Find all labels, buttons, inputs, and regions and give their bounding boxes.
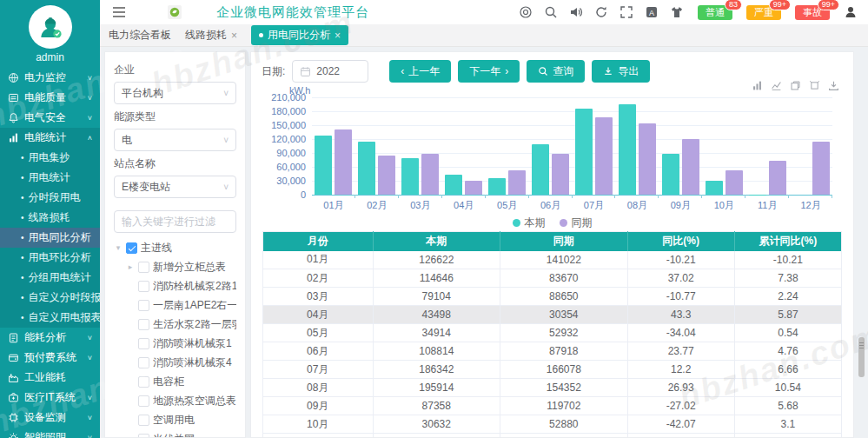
year-picker[interactable]: 2022 — [292, 60, 368, 83]
tree-node[interactable]: 电容柜 — [114, 372, 236, 391]
tree-node[interactable]: 空调用电 — [114, 410, 236, 429]
sidebar-item[interactable]: 电力监控˅ — [0, 68, 100, 88]
sidebar-subitem[interactable]: •自定义用电报表 — [0, 308, 100, 328]
bar-本期-01月[interactable] — [315, 136, 332, 195]
sidebar-subitem[interactable]: •分组用电统计 — [0, 268, 100, 288]
sidebar-item[interactable]: 医疗IT系统˅ — [0, 388, 100, 408]
close-icon[interactable]: × — [335, 30, 341, 42]
bar-同期-02月[interactable] — [378, 156, 395, 195]
hamburger-menu-icon[interactable] — [112, 6, 126, 18]
bar-同期-06月[interactable] — [552, 154, 569, 195]
checkbox[interactable] — [138, 338, 149, 349]
tree-node[interactable]: ▸新增分立柜总表 — [114, 257, 236, 276]
alarm-badge[interactable]: 事故99+ — [795, 5, 830, 20]
checkbox[interactable] — [126, 242, 137, 254]
checkbox[interactable] — [138, 376, 149, 388]
bar-本期-09月[interactable] — [662, 154, 679, 195]
bar-同期-03月[interactable] — [421, 154, 439, 195]
checkbox[interactable] — [138, 262, 149, 273]
checkbox[interactable] — [138, 415, 149, 426]
user-icon[interactable] — [844, 5, 858, 19]
bar-同期-09月[interactable] — [682, 139, 699, 195]
table-row[interactable]: 08月19591415435226.9310.54 — [263, 379, 842, 397]
alarm-badge[interactable]: 普通83 — [698, 5, 732, 20]
sidebar-subitem[interactable]: •用电环比分析 — [0, 248, 100, 268]
station-select[interactable]: E楼变电站 ˅ — [114, 176, 236, 198]
tree-node[interactable]: ▾主进线 — [114, 238, 236, 257]
bar-同期-11月[interactable] — [769, 161, 786, 195]
table-row[interactable]: 04月434983035443.35.87 — [263, 306, 842, 324]
sidebar-subitem[interactable]: •线路损耗 — [0, 208, 100, 228]
fullscreen-icon[interactable] — [620, 5, 633, 19]
table-row[interactable]: 07月18634216607812.26.66 — [263, 361, 842, 379]
tree-node[interactable]: 消防喷淋机械泵4 — [114, 353, 236, 372]
export-button[interactable]: 导出 — [592, 60, 650, 83]
target-icon[interactable] — [519, 5, 533, 19]
caret-right-icon[interactable]: ▸ — [126, 262, 135, 271]
app-icon[interactable] — [168, 5, 182, 19]
table-row[interactable]: 02月1146468367037.027.38 — [263, 269, 842, 288]
checkbox[interactable] — [138, 319, 149, 330]
sidebar-item[interactable]: 设备监测˅ — [0, 408, 100, 428]
tab-2[interactable]: 用电同比分析× — [251, 25, 348, 45]
checkbox[interactable] — [138, 281, 149, 292]
theme-icon[interactable] — [670, 5, 684, 19]
checkbox[interactable] — [138, 300, 149, 311]
font-size-icon[interactable]: A — [645, 5, 659, 19]
sidebar-subitem[interactable]: •用电集抄 — [0, 148, 100, 168]
bar-同期-05月[interactable] — [508, 170, 526, 195]
sidebar-subitem[interactable]: •用电统计 — [0, 168, 100, 188]
bar-本期-07月[interactable] — [575, 109, 593, 195]
bar-本期-02月[interactable] — [358, 142, 375, 195]
bar-同期-07月[interactable] — [595, 117, 613, 195]
bar-同期-01月[interactable] — [335, 129, 352, 195]
table-row[interactable]: 06月1088148791823.774.76 — [263, 342, 842, 361]
legend-item[interactable]: 同期 — [560, 216, 593, 230]
tree-node[interactable]: 消防栓机械泵2路1 — [114, 276, 236, 295]
sidebar-item[interactable]: 电能统计˄ — [0, 128, 100, 148]
query-button[interactable]: 查询 — [527, 60, 585, 83]
bar-本期-10月[interactable] — [706, 181, 723, 195]
bar-本期-04月[interactable] — [445, 175, 462, 195]
tab-0[interactable]: 电力综合看板 — [109, 28, 171, 43]
vertical-scrollbar-thumb[interactable] — [858, 337, 865, 377]
bar-本期-06月[interactable] — [532, 144, 549, 195]
next-year-button[interactable]: 下一年 › — [458, 60, 520, 83]
volume-icon[interactable] — [569, 5, 583, 19]
sidebar-item[interactable]: 能耗分析˅ — [0, 328, 100, 348]
table-row[interactable]: 11月40473372-99.45-4.06 — [263, 434, 842, 438]
sidebar-item[interactable]: 工业能耗 — [0, 368, 100, 388]
bar-同期-10月[interactable] — [726, 170, 743, 195]
sidebar-item[interactable]: 智能照明˅ — [0, 428, 100, 438]
refresh-icon[interactable] — [594, 5, 608, 19]
tree-node[interactable]: 消防喷淋机械泵1 — [114, 334, 236, 353]
caret-down-icon[interactable]: ▾ — [114, 243, 123, 252]
bar-本期-08月[interactable] — [619, 104, 636, 195]
bar-同期-12月[interactable] — [812, 142, 830, 195]
sidebar-subitem[interactable]: •用电同比分析 — [0, 228, 100, 248]
table-row[interactable]: 01月126622141022-10.21-10.21 — [263, 251, 842, 269]
bar-同期-08月[interactable] — [639, 123, 656, 195]
sidebar-item[interactable]: 电气安全˅ — [0, 108, 100, 128]
sidebar-subitem[interactable]: •分时段用电 — [0, 188, 100, 208]
table-row[interactable]: 10月3063252880-42.073.1 — [263, 415, 842, 434]
table-row[interactable]: 05月3491452932-34.040.54 — [263, 324, 842, 342]
sidebar-subitem[interactable]: •自定义分时段报表 — [0, 288, 100, 308]
bar-本期-05月[interactable] — [488, 178, 506, 195]
tree-node[interactable]: 光伏并网 — [114, 429, 236, 438]
checkbox[interactable] — [138, 434, 149, 438]
close-icon[interactable]: × — [231, 30, 237, 42]
table-row[interactable]: 09月87358119702-27.025.68 — [263, 397, 842, 415]
tree-node[interactable]: 一层南1APE2右一层北1APE1左 — [114, 295, 236, 315]
table-row[interactable]: 03月7910488650-10.772.24 — [263, 288, 842, 306]
search-icon[interactable] — [544, 5, 558, 19]
tree-node[interactable]: 地源热泵空调总表 — [114, 391, 236, 410]
legend-item[interactable]: 本期 — [513, 216, 546, 230]
tree-node[interactable]: 生活水泵2路一层弱电房 — [114, 315, 236, 334]
checkbox[interactable] — [138, 395, 149, 407]
energy-type-select[interactable]: 电 ˅ — [114, 129, 236, 151]
bar-本期-03月[interactable] — [401, 158, 419, 195]
sidebar-item[interactable]: 预付费系统˅ — [0, 348, 100, 368]
bar-同期-04月[interactable] — [465, 181, 482, 195]
tab-1[interactable]: 线路损耗× — [185, 28, 237, 43]
